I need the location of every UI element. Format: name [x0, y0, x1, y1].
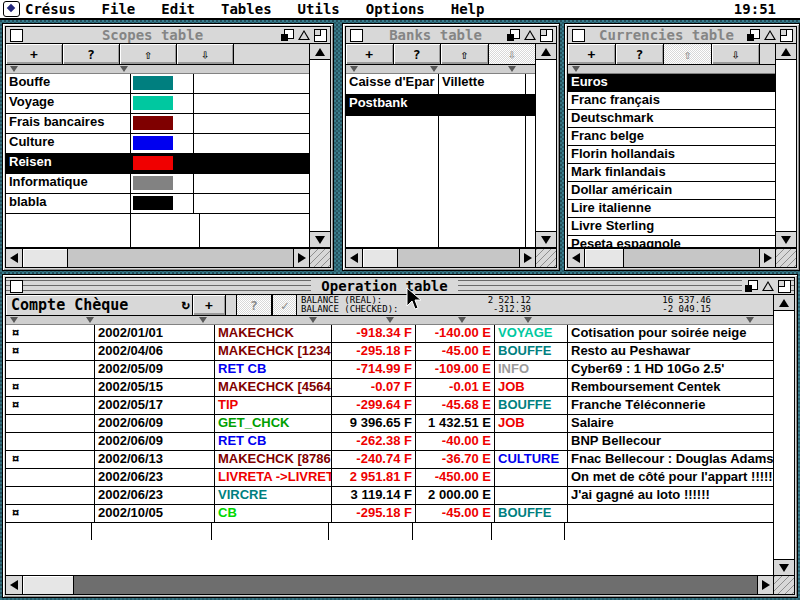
operation-row[interactable]: ¤ 2002/05/15 MAKECHCK [4564654 -0.07 F -…: [6, 379, 774, 397]
iconify-icon[interactable]: [507, 29, 520, 41]
currency-row[interactable]: Euros: [568, 74, 776, 92]
menu-options[interactable]: Options: [353, 1, 438, 17]
currency-row[interactable]: Peseta espagnole: [568, 236, 776, 248]
menu-utils[interactable]: Utils: [285, 1, 353, 17]
column-header-strip[interactable]: [6, 316, 774, 325]
operation-row[interactable]: ¤ 2002/05/17 TIP -299.64 F -45.68 E BOUF…: [6, 397, 774, 415]
scroll-up-button[interactable]: [774, 295, 794, 311]
operation-row[interactable]: 2002/06/09 RET CB -262.38 F -40.00 E BNP…: [6, 433, 774, 451]
currencies-vscrollbar[interactable]: [775, 43, 797, 248]
maximize-icon[interactable]: [780, 29, 793, 42]
banks-titlebar[interactable]: Banks table: [345, 26, 557, 44]
add-button[interactable]: +: [568, 44, 616, 64]
menu-cresus[interactable]: Crésus: [20, 1, 89, 17]
close-icon[interactable]: [10, 280, 23, 293]
menu-file[interactable]: File: [89, 1, 149, 17]
move-up-button[interactable]: ⇧: [120, 44, 177, 64]
iconify-icon[interactable]: [745, 280, 758, 292]
maximize-icon[interactable]: [314, 29, 327, 42]
scroll-right-button[interactable]: [519, 249, 536, 267]
banks-hscrollbar[interactable]: [345, 248, 537, 268]
iconify-icon[interactable]: [281, 29, 294, 41]
operation-row[interactable]: ¤ 2002/06/13 MAKECHCK [878678] -240.74 F…: [6, 451, 774, 469]
bank-row[interactable]: Caisse d'Epar Villette: [346, 74, 536, 95]
scroll-left-button[interactable]: [568, 249, 585, 267]
resize-grip[interactable]: [309, 248, 331, 268]
operation-hscrollbar[interactable]: [5, 575, 775, 595]
column-header-strip[interactable]: [6, 65, 310, 74]
scope-row[interactable]: Frais bancaires: [6, 114, 310, 134]
move-down-button[interactable]: ⇩: [712, 44, 760, 64]
hscroll-thumb[interactable]: [23, 576, 74, 594]
shade-icon[interactable]: [764, 30, 776, 40]
cresus-app-icon[interactable]: [3, 1, 20, 17]
iconify-icon[interactable]: [747, 29, 760, 41]
scroll-down-button[interactable]: [536, 231, 556, 247]
column-header-strip[interactable]: [346, 65, 536, 74]
operation-titlebar[interactable]: Operation table: [5, 277, 795, 295]
account-selector[interactable]: Compte Chèque ↻: [6, 295, 196, 315]
scope-row[interactable]: Bouffe: [6, 74, 310, 94]
hscroll-thumb[interactable]: [23, 249, 68, 267]
scroll-left-button[interactable]: [346, 249, 363, 267]
menu-edit[interactable]: Edit: [148, 1, 208, 17]
add-button[interactable]: +: [346, 44, 394, 64]
resize-grip[interactable]: [775, 248, 797, 268]
scope-row[interactable]: Informatique: [6, 174, 310, 194]
help-button[interactable]: ?: [63, 44, 120, 64]
currencies-titlebar[interactable]: Currencies table: [567, 26, 797, 44]
move-down-button[interactable]: ⇩: [177, 44, 234, 64]
currency-row[interactable]: Mark finlandais: [568, 164, 776, 182]
operation-row[interactable]: 2002/05/09 RET CB -714.99 F -109.00 E IN…: [6, 361, 774, 379]
scopes-vscrollbar[interactable]: [309, 43, 331, 248]
scroll-down-button[interactable]: [310, 231, 330, 247]
scroll-down-button[interactable]: [774, 559, 794, 575]
hscroll-thumb[interactable]: [363, 249, 398, 267]
close-icon[interactable]: [350, 29, 363, 42]
scroll-right-button[interactable]: [759, 249, 776, 267]
scopes-titlebar[interactable]: Scopes table: [5, 26, 331, 44]
scope-row[interactable]: Reisen: [6, 154, 310, 174]
help-button[interactable]: ?: [616, 44, 664, 64]
operation-row[interactable]: ¤ 2002/04/06 MAKECHCK [123456] -295.18 F…: [6, 343, 774, 361]
currencies-hscrollbar[interactable]: [567, 248, 777, 268]
bank-row-selected[interactable]: Postbank: [346, 95, 536, 116]
shade-icon[interactable]: [524, 30, 536, 40]
close-icon[interactable]: [10, 29, 23, 42]
currency-row[interactable]: Florin hollandais: [568, 146, 776, 164]
hscroll-thumb[interactable]: [585, 249, 624, 267]
menu-help[interactable]: Help: [438, 1, 498, 17]
scroll-down-button[interactable]: [776, 231, 796, 247]
currency-row[interactable]: Deutschmark: [568, 110, 776, 128]
scope-row[interactable]: Voyage: [6, 94, 310, 114]
scope-row[interactable]: blabla: [6, 194, 310, 214]
scroll-up-button[interactable]: [536, 44, 556, 60]
operation-row[interactable]: ¤ 2002/01/01 MAKECHCK -918.34 F -140.00 …: [6, 325, 774, 343]
operation-row[interactable]: 2002/06/23 VIRCRE 3 119.14 F 2 000.00 E …: [6, 487, 774, 505]
shade-icon[interactable]: [298, 30, 310, 40]
operation-row[interactable]: 2002/06/09 GET_CHCK 9 396.65 F 1 432.51 …: [6, 415, 774, 433]
operation-row[interactable]: ¤ 2002/10/05 CB -295.18 F -45.00 E BOUFF…: [6, 505, 774, 523]
close-icon[interactable]: [572, 29, 585, 42]
scroll-right-button[interactable]: [293, 249, 310, 267]
scroll-up-button[interactable]: [310, 44, 330, 60]
shade-icon[interactable]: [762, 281, 774, 291]
scroll-right-button[interactable]: [757, 576, 774, 594]
menu-tables[interactable]: Tables: [208, 1, 285, 17]
refresh-icon[interactable]: ↻: [182, 296, 190, 312]
operation-vscrollbar[interactable]: [773, 294, 795, 576]
column-header-strip[interactable]: [568, 65, 776, 74]
scroll-left-button[interactable]: [6, 576, 23, 594]
scroll-left-button[interactable]: [6, 249, 23, 267]
move-up-button[interactable]: ⇧: [441, 44, 489, 64]
currency-row[interactable]: Lire italienne: [568, 200, 776, 218]
operation-row[interactable]: 2002/06/23 LIVRETA ->LIVRET A 2 951.81 F…: [6, 469, 774, 487]
currency-row[interactable]: Franc belge: [568, 128, 776, 146]
banks-vscrollbar[interactable]: [535, 43, 557, 248]
currency-row[interactable]: Dollar américain: [568, 182, 776, 200]
resize-grip[interactable]: [773, 575, 795, 595]
add-button[interactable]: +: [6, 44, 63, 64]
currency-row[interactable]: Livre Sterling: [568, 218, 776, 236]
scope-row[interactable]: Culture: [6, 134, 310, 154]
currency-row[interactable]: Franc français: [568, 92, 776, 110]
